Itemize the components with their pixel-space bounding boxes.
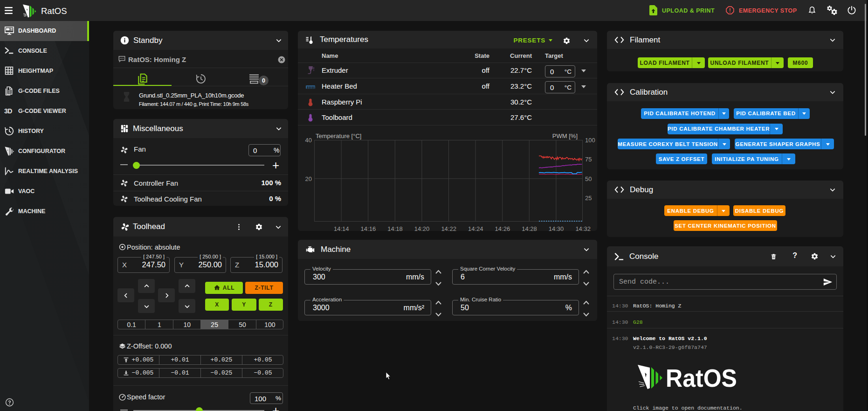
svg-text:RatOS: RatOS: [666, 364, 737, 390]
